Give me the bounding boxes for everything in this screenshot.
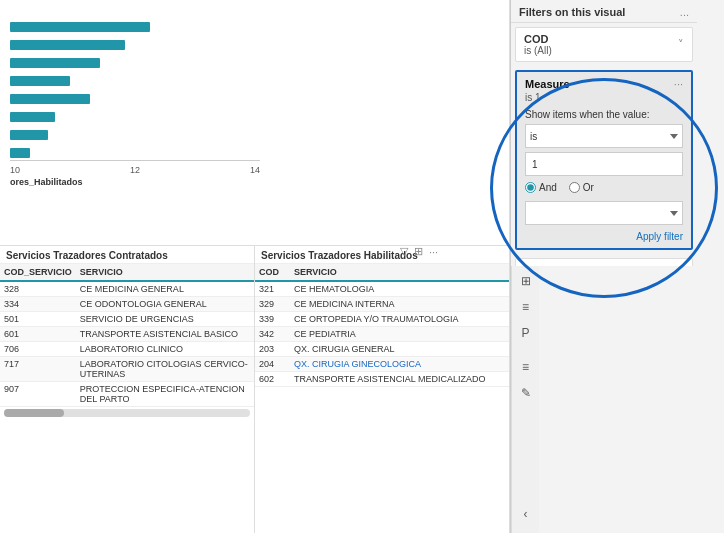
filter-icon[interactable]: ▽ bbox=[400, 245, 408, 258]
condition-select[interactable]: is is not is less than is greater than bbox=[525, 124, 683, 148]
cod-filter-section[interactable]: COD is (All) ˅ bbox=[515, 27, 693, 62]
cod-cell: 328 bbox=[0, 281, 76, 297]
servicio-cell: CE MEDICINA INTERNA bbox=[290, 297, 509, 312]
servicio-cell: TRANSPORTE ASISTENCIAL BASICO bbox=[76, 327, 254, 342]
servicio-cell: LABORATORIO CITOLOGIAS CERVICO-UTERINAS bbox=[76, 357, 254, 382]
servicio-cell: TRANSPORTE ASISTENCIAL MEDICALIZADO bbox=[290, 372, 509, 387]
measure-dots-icon[interactable]: ··· bbox=[674, 78, 683, 90]
bar-row bbox=[10, 20, 260, 34]
table-row: 339 CE ORTOPEDIA Y/O TRAUMATOLOGIA bbox=[255, 312, 509, 327]
cod-cell: 334 bbox=[0, 297, 76, 312]
left-panel: 10 12 14 ores_Habilitados ▽ ⊞ ··· Servic… bbox=[0, 0, 510, 533]
filters-on-visual-header: Filters on this visual ... bbox=[511, 0, 697, 23]
cod-cell: 602 bbox=[255, 372, 290, 387]
cod-cell: 329 bbox=[255, 297, 290, 312]
cod-cell: 907 bbox=[0, 382, 76, 407]
x-axis-label: ores_Habilitados bbox=[10, 177, 260, 187]
bar-row bbox=[10, 56, 260, 70]
table-row: 342 CE PEDIATRIA bbox=[255, 327, 509, 342]
bar-row bbox=[10, 128, 260, 142]
servicio-cell: CE HEMATOLOGIA bbox=[290, 281, 509, 297]
bar bbox=[10, 112, 55, 122]
servicio-filter-section[interactable]: SERVICIO is (All) ˅ bbox=[515, 258, 693, 266]
table-row: 717 LABORATORIO CITOLOGIAS CERVICO-UTERI… bbox=[0, 357, 254, 382]
bar bbox=[10, 94, 90, 104]
table-icon[interactable]: ⊞ bbox=[414, 245, 423, 258]
servicio-cell: CE MEDICINA GENERAL bbox=[76, 281, 254, 297]
scroll-thumb[interactable] bbox=[4, 409, 64, 417]
radio-and[interactable] bbox=[525, 182, 536, 193]
show-items-label: Show items when the value: bbox=[525, 109, 683, 120]
cod-cell: 717 bbox=[0, 357, 76, 382]
radio-or-label[interactable]: Or bbox=[569, 182, 594, 193]
chevron-left-icon[interactable]: ‹ bbox=[515, 503, 537, 525]
bar bbox=[10, 148, 30, 158]
condition-value-input[interactable] bbox=[525, 152, 683, 176]
radio-or[interactable] bbox=[569, 182, 580, 193]
bar bbox=[10, 58, 100, 68]
horizontal-scrollbar[interactable] bbox=[4, 409, 250, 417]
cod-cell: 339 bbox=[255, 312, 290, 327]
bar-row bbox=[10, 92, 260, 106]
table1-header: Servicios Trazadores Contratados bbox=[0, 246, 254, 264]
axis-label: 12 bbox=[130, 165, 140, 175]
measure-filter-subtitle: is 1 bbox=[525, 92, 570, 103]
table-row: 321 CE HEMATOLOGIA bbox=[255, 281, 509, 297]
table-row: 601 TRANSPORTE ASISTENCIAL BASICO bbox=[0, 327, 254, 342]
table1-panel: Servicios Trazadores Contratados COD_SER… bbox=[0, 246, 255, 533]
bar-chart-area: 10 12 14 ores_Habilitados bbox=[0, 0, 270, 240]
filter-pane: Filters on this visual ... COD is (All) … bbox=[510, 0, 724, 533]
cod-cell: 204 bbox=[255, 357, 290, 372]
radio-and-text: And bbox=[539, 182, 557, 193]
table-row: 602 TRANSPORTE ASISTENCIAL MEDICALIZADO bbox=[255, 372, 509, 387]
cod-cell: 321 bbox=[255, 281, 290, 297]
measure-filter-section: Measure is 1 ··· Show items when the val… bbox=[515, 70, 693, 250]
filter-dots-icon[interactable]: ... bbox=[680, 6, 689, 18]
sidebar-icon-2[interactable]: ≡ bbox=[515, 296, 537, 318]
sidebar-icon-3[interactable]: P bbox=[515, 322, 537, 344]
table-row: 328 CE MEDICINA GENERAL bbox=[0, 281, 254, 297]
table-row: 907 PROTECCION ESPECIFICA-ATENCION DEL P… bbox=[0, 382, 254, 407]
axis-label: 10 bbox=[10, 165, 20, 175]
table2-panel: Servicios Trazadores Habilitados COD SER… bbox=[255, 246, 509, 533]
bar-chart bbox=[10, 10, 260, 160]
servicio-cell: PROTECCION ESPECIFICA-ATENCION DEL PARTO bbox=[76, 382, 254, 407]
more-icon[interactable]: ··· bbox=[429, 246, 438, 258]
sidebar-icon-1[interactable]: ⊞ bbox=[515, 270, 537, 292]
sidebar-icon-5[interactable]: ✎ bbox=[515, 382, 537, 404]
cod-cell: 203 bbox=[255, 342, 290, 357]
servicio-cell: CE PEDIATRIA bbox=[290, 327, 509, 342]
table2-title: Servicios Trazadores Habilitados bbox=[261, 250, 418, 261]
cod-cell: 501 bbox=[0, 312, 76, 327]
table2-col-servicio: SERVICIO bbox=[290, 264, 509, 281]
radio-group: And Or bbox=[525, 182, 683, 193]
chart-x-axis: 10 12 14 bbox=[10, 160, 260, 175]
servicio-cell: CE ODONTOLOGIA GENERAL bbox=[76, 297, 254, 312]
tables-area: Servicios Trazadores Contratados COD_SER… bbox=[0, 245, 509, 533]
table1-title: Servicios Trazadores Contratados bbox=[6, 250, 168, 261]
bar-row bbox=[10, 146, 260, 160]
servicio-cell: LABORATORIO CLINICO bbox=[76, 342, 254, 357]
cod-filter-title: COD bbox=[524, 33, 552, 45]
table-row: 204 QX. CIRUGIA GINECOLOGICA bbox=[255, 357, 509, 372]
cod-cell: 342 bbox=[255, 327, 290, 342]
table-row: 334 CE ODONTOLOGIA GENERAL bbox=[0, 297, 254, 312]
cod-expand-icon[interactable]: ˅ bbox=[678, 38, 684, 51]
bar bbox=[10, 40, 125, 50]
second-condition-select[interactable] bbox=[525, 201, 683, 225]
sidebar-icon-4[interactable]: ≡ bbox=[515, 356, 537, 378]
servicio-cell: CE ORTOPEDIA Y/O TRAUMATOLOGIA bbox=[290, 312, 509, 327]
bar-row bbox=[10, 110, 260, 124]
servicio-cell: QX. CIRUGIA GINECOLOGICA bbox=[290, 357, 509, 372]
sidebar-icons: ⊞ ≡ P ≡ ✎ ‹ bbox=[511, 266, 539, 534]
table-row: 329 CE MEDICINA INTERNA bbox=[255, 297, 509, 312]
table-row: 203 QX. CIRUGIA GENERAL bbox=[255, 342, 509, 357]
radio-and-label[interactable]: And bbox=[525, 182, 557, 193]
table2: COD SERVICIO 321 CE HEMATOLOGIA 329 CE M… bbox=[255, 264, 509, 387]
bar-row bbox=[10, 74, 260, 88]
table1-col-cod: COD_SERVICIO bbox=[0, 264, 76, 281]
measure-filter-title: Measure bbox=[525, 78, 570, 90]
apply-filter-button[interactable]: Apply filter bbox=[636, 231, 683, 242]
bar bbox=[10, 130, 48, 140]
cod-filter-subtitle: is (All) bbox=[524, 45, 552, 56]
